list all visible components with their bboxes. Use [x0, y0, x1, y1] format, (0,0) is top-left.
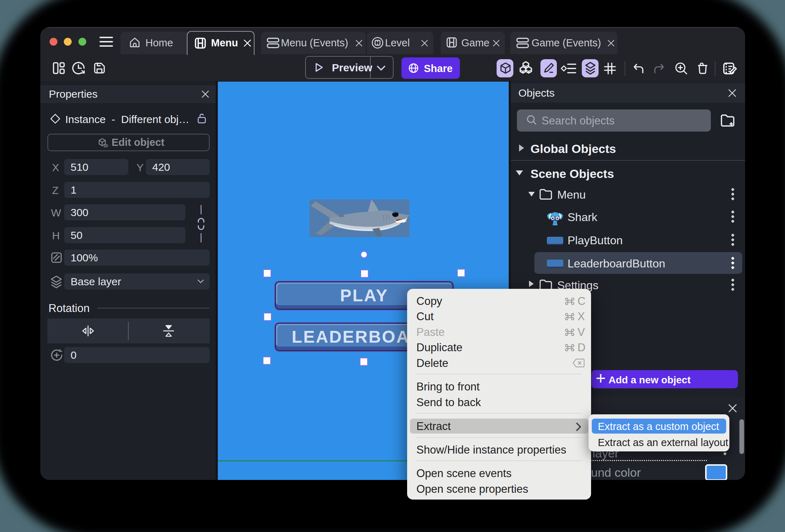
svg-text:2D: 2D	[104, 144, 108, 148]
